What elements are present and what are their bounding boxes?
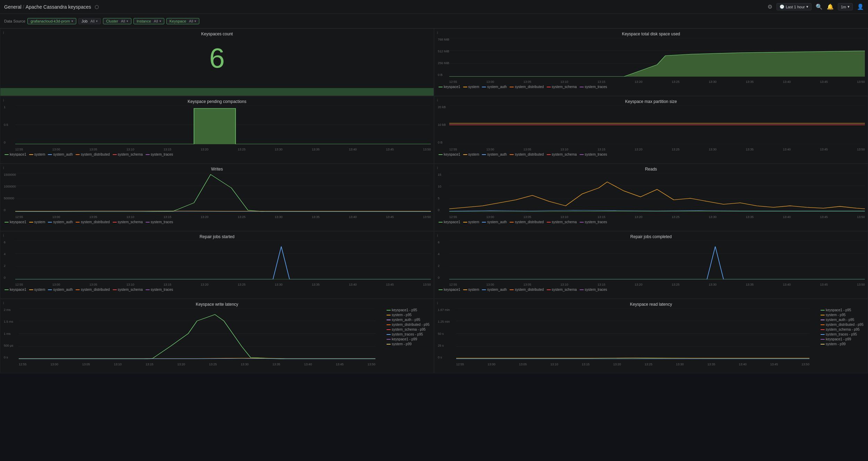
pending-y-axis: 10.50	[4, 105, 8, 144]
breadcrumb-title: Apache Cassandra keyspaces	[26, 4, 91, 10]
search-icon[interactable]: 🔍	[816, 3, 823, 10]
keyspace-value: All	[189, 19, 193, 23]
read-latency-title: Keyspace read latency	[437, 302, 865, 307]
max-partition-svg	[449, 105, 865, 144]
repair-completed-legend: keyspace1 system system_auth system_dist…	[437, 287, 865, 292]
write-latency-y-axis: 2 ms1.5 ms1 ms500 µs0 s	[4, 308, 13, 359]
write-latency-legend: keyspace1 - p95 system - p95 system_auth…	[387, 308, 429, 346]
read-latency-legend: keyspace1 - p95 system - p95 system_auth…	[821, 308, 863, 346]
pending-x-axis: 12:5513:0013:0513:1013:1513:2013:2513:30…	[15, 148, 431, 151]
keyspace-label: Keyspace	[170, 19, 186, 23]
repair-started-chart: 6420 12:5513:0013:0513:1013:1513:2013:25…	[3, 241, 431, 286]
write-latency-svg	[19, 308, 375, 359]
job-value: All	[90, 19, 95, 23]
repair-completed-svg	[449, 241, 865, 279]
share-icon[interactable]: ⬡	[95, 4, 99, 10]
keyspaces-count-value: 6	[3, 38, 431, 78]
refresh-picker[interactable]: 1m ▾	[838, 3, 853, 10]
max-partition-chart: 20 kB10 kB0 B 12:5513:0013:0513:1013:151…	[437, 105, 865, 151]
pending-title: Keyspace pending compactions	[3, 99, 431, 104]
panel-write-latency: i Keyspace write latency 2 ms1.5 ms1 ms5…	[0, 299, 434, 373]
keyspace-select[interactable]: Keyspace All ▾	[166, 18, 200, 24]
svg-marker-4	[449, 51, 865, 77]
reads-svg	[449, 173, 865, 212]
data-source-select[interactable]: grafanacloud-k3d-prom ▾	[27, 18, 76, 24]
repair-completed-y-axis: 6420	[438, 241, 440, 279]
reads-chart: 151050 12:5513:0013:0513:1013:1513:2013:…	[437, 173, 865, 219]
cluster-select[interactable]: Cluster All ▾	[103, 18, 131, 24]
cluster-value: All	[121, 19, 125, 23]
cluster-label: Cluster	[106, 19, 118, 23]
keyspace-chevron: ▾	[194, 19, 196, 23]
instance-chevron: ▾	[159, 19, 161, 23]
instance-select[interactable]: Instance All ▾	[133, 18, 164, 24]
panel-reads: i Reads 151050 12:5513:0013:0513:1013:15…	[434, 164, 868, 231]
chevron-down-icon: ▾	[806, 5, 808, 9]
max-partition-legend: keyspace1 system system_auth system_dist…	[437, 152, 865, 157]
pending-chart: 10.50 12:5513:0013:0513:1013:1513:2013:2…	[3, 105, 431, 151]
job-label: Job	[81, 19, 88, 23]
panel-info-1[interactable]: i	[3, 31, 4, 35]
total-disk-legend: keyspace1 system system_auth system_dist…	[437, 84, 865, 89]
panel-info-8[interactable]: i	[437, 234, 438, 237]
job-select[interactable]: Job All ▾	[78, 18, 101, 24]
legend-system-schema: system_schema	[547, 85, 577, 89]
panel-pending-compactions: i Keyspace pending compactions 10.50 12:…	[0, 96, 434, 164]
repair-started-y-axis: 6420	[4, 241, 6, 279]
panel-read-latency: i Keyspace read latency 1.67 min1.25 min…	[434, 299, 868, 373]
panel-repair-started: i Repair jobs started 6420 12:5513:0013:…	[0, 231, 434, 299]
breadcrumb-general[interactable]: General	[4, 4, 21, 10]
repair-started-x-axis: 12:5513:0013:0513:1013:1513:2013:2513:30…	[15, 283, 431, 286]
time-range-picker[interactable]: 🕐 Last 1 hour ▾	[776, 3, 811, 10]
settings-icon[interactable]: ⚙	[767, 3, 772, 10]
total-disk-y-axis: 768 MiB 512 MiB 256 MiB 0 B	[438, 38, 449, 77]
legend-keyspace1: keyspace1	[439, 85, 460, 89]
panel-writes: i Writes 150000010000005000000 12:5513:0…	[0, 164, 434, 231]
repair-started-title: Repair jobs started	[3, 234, 431, 239]
panel-info-7[interactable]: i	[3, 234, 4, 237]
dashboard: i Keyspaces count 6 i Keyspace total dis…	[0, 28, 868, 461]
max-partition-title: Keyspace max partition size	[437, 99, 865, 104]
data-source-value: grafanacloud-k3d-prom	[31, 19, 70, 23]
breadcrumb: General / Apache Cassandra keyspaces ⬡	[4, 4, 99, 10]
panel-repair-completed: i Repair jobs completed 6420 12:5513:001…	[434, 231, 868, 299]
panel-total-disk: i Keyspace total disk space used 768 MiB…	[434, 28, 868, 96]
writes-chart: 150000010000005000000 12:5513:0013:0513:…	[3, 173, 431, 219]
total-disk-svg	[449, 38, 865, 77]
read-latency-x-axis: 12:5513:0013:0513:1013:1513:2013:2513:30…	[456, 363, 809, 366]
keyspaces-count-title: Keyspaces count	[3, 32, 431, 36]
panel-info-2[interactable]: i	[437, 31, 438, 35]
panel-info-3[interactable]: i	[3, 98, 4, 102]
writes-x-axis: 12:5513:0013:0513:1013:1513:2013:2513:30…	[15, 215, 431, 219]
write-latency-x-axis: 12:5513:0013:0513:1013:1513:2013:2513:30…	[19, 363, 375, 366]
panel-info-6[interactable]: i	[437, 166, 438, 170]
total-disk-title: Keyspace total disk space used	[437, 32, 865, 36]
repair-started-svg	[15, 241, 431, 279]
reads-x-axis: 12:5513:0013:0513:1013:1513:2013:2513:30…	[449, 215, 865, 219]
panel-keyspaces-count: i Keyspaces count 6	[0, 28, 434, 96]
svg-marker-8	[194, 108, 236, 144]
instance-value: All	[154, 19, 158, 23]
panel-max-partition: i Keyspace max partition size 20 kB10 kB…	[434, 96, 868, 164]
total-disk-chart: 768 MiB 512 MiB 256 MiB 0 B 12:5513:0013…	[437, 38, 865, 84]
panel-info-9[interactable]: i	[3, 301, 4, 305]
panel-info-4[interactable]: i	[437, 98, 438, 102]
repair-started-legend: keyspace1 system system_auth system_dist…	[3, 287, 431, 292]
repair-completed-chart: 6420 12:5513:0013:0513:1013:1513:2013:25…	[437, 241, 865, 286]
reads-legend: keyspace1 system system_auth system_dist…	[437, 219, 865, 225]
panel-info-5[interactable]: i	[3, 166, 4, 170]
pending-svg	[15, 105, 431, 144]
top-bar-right: ⚙ 🕐 Last 1 hour ▾ 🔍 🔔 1m ▾ 👤	[767, 3, 864, 10]
total-disk-x-axis: 12:5513:0013:0513:1013:1513:2013:2513:30…	[449, 80, 865, 84]
clock-icon: 🕐	[780, 5, 784, 9]
legend-system-traces: system_traces	[580, 85, 607, 89]
user-icon[interactable]: 👤	[857, 3, 864, 10]
max-partition-y-axis: 20 kB10 kB0 B	[438, 105, 446, 144]
top-bar: General / Apache Cassandra keyspaces ⬡ ⚙…	[0, 0, 868, 14]
read-latency-y-axis: 1.67 min1.25 min50 s25 s0 s	[438, 308, 450, 359]
panel-info-10[interactable]: i	[437, 301, 438, 305]
instance-label: Instance	[137, 19, 151, 23]
cluster-chevron: ▾	[127, 19, 128, 23]
alert-icon[interactable]: 🔔	[827, 3, 834, 10]
data-source-label: Data Source	[4, 19, 25, 23]
